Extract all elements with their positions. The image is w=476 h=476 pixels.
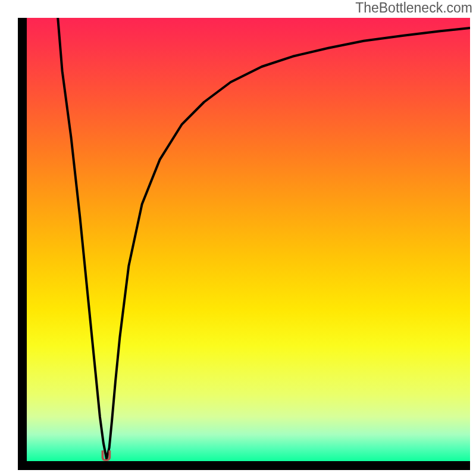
watermark-text: TheBottleneck.com: [355, 0, 472, 16]
chart-axes: [18, 18, 470, 470]
